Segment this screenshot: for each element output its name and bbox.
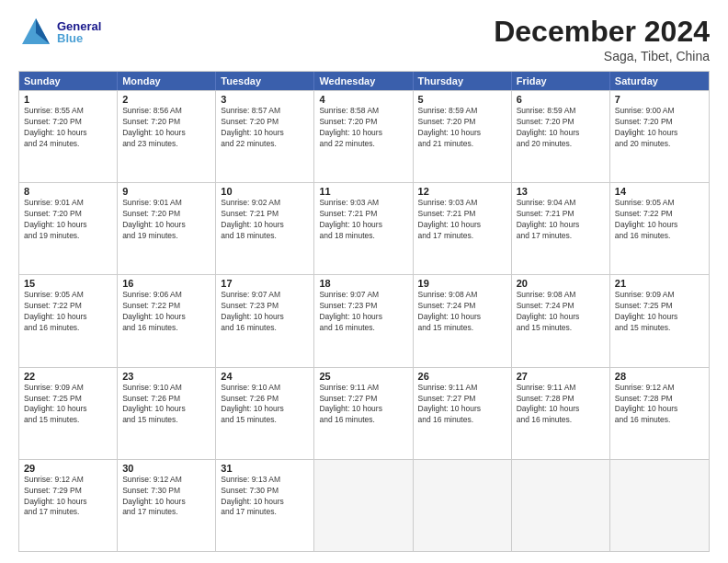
calendar-cell xyxy=(414,460,512,551)
cell-day-number: 10 xyxy=(221,186,309,197)
cell-day-number: 23 xyxy=(122,371,210,382)
calendar-row: 15Sunrise: 9:05 AM Sunset: 7:22 PM Dayli… xyxy=(19,274,709,366)
calendar-cell: 12Sunrise: 9:03 AM Sunset: 7:21 PM Dayli… xyxy=(414,183,512,274)
calendar-cell: 18Sunrise: 9:07 AM Sunset: 7:23 PM Dayli… xyxy=(314,275,413,366)
header: General Blue December 2024 Saga, Tibet, … xyxy=(18,15,710,63)
calendar-cell: 17Sunrise: 9:07 AM Sunset: 7:23 PM Dayli… xyxy=(216,275,314,366)
calendar-cell: 25Sunrise: 9:11 AM Sunset: 7:27 PM Dayli… xyxy=(314,368,413,459)
logo: General Blue xyxy=(18,15,101,50)
calendar-cell: 20Sunrise: 9:08 AM Sunset: 7:24 PM Dayli… xyxy=(512,275,610,366)
weekday-header: Thursday xyxy=(414,72,512,90)
calendar-cell: 11Sunrise: 9:03 AM Sunset: 7:21 PM Dayli… xyxy=(314,183,413,274)
location-title: Saga, Tibet, China xyxy=(494,49,710,63)
cell-sun-info: Sunrise: 9:08 AM Sunset: 7:24 PM Dayligh… xyxy=(517,290,605,334)
calendar-cell: 31Sunrise: 9:13 AM Sunset: 7:30 PM Dayli… xyxy=(216,460,314,551)
cell-sun-info: Sunrise: 9:02 AM Sunset: 7:21 PM Dayligh… xyxy=(221,198,309,242)
calendar-cell: 28Sunrise: 9:12 AM Sunset: 7:28 PM Dayli… xyxy=(610,368,709,459)
calendar-row: 22Sunrise: 9:09 AM Sunset: 7:25 PM Dayli… xyxy=(19,367,709,459)
cell-sun-info: Sunrise: 9:01 AM Sunset: 7:20 PM Dayligh… xyxy=(122,198,210,242)
calendar-cell: 9Sunrise: 9:01 AM Sunset: 7:20 PM Daylig… xyxy=(118,183,216,274)
calendar-cell: 2Sunrise: 8:56 AM Sunset: 7:20 PM Daylig… xyxy=(118,91,216,182)
calendar-cell: 19Sunrise: 9:08 AM Sunset: 7:24 PM Dayli… xyxy=(414,275,512,366)
logo-blue: Blue xyxy=(57,32,101,44)
cell-sun-info: Sunrise: 9:09 AM Sunset: 7:25 PM Dayligh… xyxy=(615,290,704,334)
month-title: December 2024 xyxy=(494,15,710,49)
weekday-header: Friday xyxy=(512,72,610,90)
calendar-row: 29Sunrise: 9:12 AM Sunset: 7:29 PM Dayli… xyxy=(19,459,709,551)
cell-day-number: 4 xyxy=(319,94,407,105)
calendar-cell: 16Sunrise: 9:06 AM Sunset: 7:22 PM Dayli… xyxy=(118,275,216,366)
cell-sun-info: Sunrise: 9:12 AM Sunset: 7:30 PM Dayligh… xyxy=(122,475,210,519)
cell-sun-info: Sunrise: 9:05 AM Sunset: 7:22 PM Dayligh… xyxy=(615,198,704,242)
cell-sun-info: Sunrise: 9:12 AM Sunset: 7:29 PM Dayligh… xyxy=(24,475,112,519)
cell-day-number: 17 xyxy=(221,278,309,289)
calendar-cell: 30Sunrise: 9:12 AM Sunset: 7:30 PM Dayli… xyxy=(118,460,216,551)
weekday-header: Tuesday xyxy=(216,72,314,90)
cell-sun-info: Sunrise: 9:12 AM Sunset: 7:28 PM Dayligh… xyxy=(615,383,704,427)
calendar-cell: 8Sunrise: 9:01 AM Sunset: 7:20 PM Daylig… xyxy=(19,183,118,274)
calendar-cell: 23Sunrise: 9:10 AM Sunset: 7:26 PM Dayli… xyxy=(118,368,216,459)
cell-sun-info: Sunrise: 9:08 AM Sunset: 7:24 PM Dayligh… xyxy=(418,290,506,334)
cell-day-number: 3 xyxy=(221,94,309,105)
calendar-cell: 24Sunrise: 9:10 AM Sunset: 7:26 PM Dayli… xyxy=(216,368,314,459)
logo-icon xyxy=(18,15,53,50)
cell-day-number: 21 xyxy=(615,278,704,289)
cell-sun-info: Sunrise: 8:59 AM Sunset: 7:20 PM Dayligh… xyxy=(517,106,605,150)
calendar-cell: 3Sunrise: 8:57 AM Sunset: 7:20 PM Daylig… xyxy=(216,91,314,182)
cell-sun-info: Sunrise: 9:09 AM Sunset: 7:25 PM Dayligh… xyxy=(24,383,112,427)
cell-sun-info: Sunrise: 9:11 AM Sunset: 7:27 PM Dayligh… xyxy=(319,383,407,427)
cell-sun-info: Sunrise: 9:11 AM Sunset: 7:28 PM Dayligh… xyxy=(517,383,605,427)
calendar-row: 8Sunrise: 9:01 AM Sunset: 7:20 PM Daylig… xyxy=(19,182,709,274)
cell-sun-info: Sunrise: 9:13 AM Sunset: 7:30 PM Dayligh… xyxy=(221,475,309,519)
cell-sun-info: Sunrise: 8:58 AM Sunset: 7:20 PM Dayligh… xyxy=(319,106,407,150)
cell-day-number: 16 xyxy=(122,278,210,289)
calendar-cell: 15Sunrise: 9:05 AM Sunset: 7:22 PM Dayli… xyxy=(19,275,118,366)
cell-day-number: 11 xyxy=(319,186,407,197)
cell-sun-info: Sunrise: 8:55 AM Sunset: 7:20 PM Dayligh… xyxy=(24,106,112,150)
cell-day-number: 7 xyxy=(615,94,704,105)
calendar-cell xyxy=(610,460,709,551)
calendar-cell: 13Sunrise: 9:04 AM Sunset: 7:21 PM Dayli… xyxy=(512,183,610,274)
cell-day-number: 29 xyxy=(24,463,112,474)
cell-day-number: 2 xyxy=(122,94,210,105)
cell-sun-info: Sunrise: 8:57 AM Sunset: 7:20 PM Dayligh… xyxy=(221,106,309,150)
cell-day-number: 24 xyxy=(221,371,309,382)
calendar-cell: 27Sunrise: 9:11 AM Sunset: 7:28 PM Dayli… xyxy=(512,368,610,459)
calendar-cell: 14Sunrise: 9:05 AM Sunset: 7:22 PM Dayli… xyxy=(610,183,709,274)
cell-sun-info: Sunrise: 9:11 AM Sunset: 7:27 PM Dayligh… xyxy=(418,383,506,427)
logo-text: General Blue xyxy=(57,20,101,44)
calendar: SundayMondayTuesdayWednesdayThursdayFrid… xyxy=(18,71,710,552)
cell-day-number: 18 xyxy=(319,278,407,289)
cell-day-number: 6 xyxy=(517,94,605,105)
cell-sun-info: Sunrise: 9:10 AM Sunset: 7:26 PM Dayligh… xyxy=(221,383,309,427)
cell-sun-info: Sunrise: 9:03 AM Sunset: 7:21 PM Dayligh… xyxy=(319,198,407,242)
cell-sun-info: Sunrise: 9:03 AM Sunset: 7:21 PM Dayligh… xyxy=(418,198,506,242)
cell-sun-info: Sunrise: 9:05 AM Sunset: 7:22 PM Dayligh… xyxy=(24,290,112,334)
calendar-cell: 29Sunrise: 9:12 AM Sunset: 7:29 PM Dayli… xyxy=(19,460,118,551)
header-right: December 2024 Saga, Tibet, China xyxy=(494,15,710,63)
calendar-cell xyxy=(314,460,413,551)
calendar-cell: 21Sunrise: 9:09 AM Sunset: 7:25 PM Dayli… xyxy=(610,275,709,366)
page: General Blue December 2024 Saga, Tibet, … xyxy=(0,0,728,563)
cell-day-number: 13 xyxy=(517,186,605,197)
calendar-row: 1Sunrise: 8:55 AM Sunset: 7:20 PM Daylig… xyxy=(19,90,709,182)
cell-sun-info: Sunrise: 9:06 AM Sunset: 7:22 PM Dayligh… xyxy=(122,290,210,334)
cell-day-number: 30 xyxy=(122,463,210,474)
calendar-cell: 10Sunrise: 9:02 AM Sunset: 7:21 PM Dayli… xyxy=(216,183,314,274)
cell-sun-info: Sunrise: 9:04 AM Sunset: 7:21 PM Dayligh… xyxy=(517,198,605,242)
weekday-header: Wednesday xyxy=(314,72,413,90)
cell-day-number: 12 xyxy=(418,186,506,197)
calendar-cell: 7Sunrise: 9:00 AM Sunset: 7:20 PM Daylig… xyxy=(610,91,709,182)
calendar-body: 1Sunrise: 8:55 AM Sunset: 7:20 PM Daylig… xyxy=(19,90,709,551)
cell-sun-info: Sunrise: 8:56 AM Sunset: 7:20 PM Dayligh… xyxy=(122,106,210,150)
calendar-cell: 22Sunrise: 9:09 AM Sunset: 7:25 PM Dayli… xyxy=(19,368,118,459)
weekday-header: Sunday xyxy=(19,72,118,90)
calendar-cell: 6Sunrise: 8:59 AM Sunset: 7:20 PM Daylig… xyxy=(512,91,610,182)
cell-sun-info: Sunrise: 9:07 AM Sunset: 7:23 PM Dayligh… xyxy=(221,290,309,334)
cell-day-number: 8 xyxy=(24,186,112,197)
cell-sun-info: Sunrise: 9:00 AM Sunset: 7:20 PM Dayligh… xyxy=(615,106,704,150)
cell-sun-info: Sunrise: 9:10 AM Sunset: 7:26 PM Dayligh… xyxy=(122,383,210,427)
calendar-cell: 1Sunrise: 8:55 AM Sunset: 7:20 PM Daylig… xyxy=(19,91,118,182)
calendar-cell: 4Sunrise: 8:58 AM Sunset: 7:20 PM Daylig… xyxy=(314,91,413,182)
weekday-header: Saturday xyxy=(610,72,709,90)
